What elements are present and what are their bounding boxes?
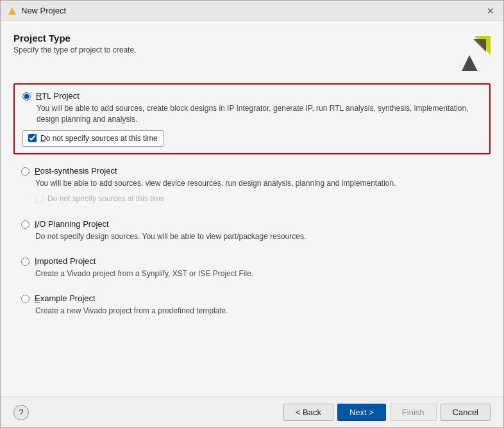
- example-group: Example Project Create a new Vivado proj…: [13, 287, 491, 323]
- imported-label[interactable]: Imported Project: [35, 256, 96, 266]
- finish-button[interactable]: Finish: [390, 404, 437, 421]
- rtl-desc: You will be able to add sources, create …: [37, 103, 482, 125]
- no-sources-underline: D: [40, 134, 46, 143]
- title-bar: New Project ✕: [1, 1, 503, 21]
- io-planning-radio[interactable]: [21, 220, 29, 229]
- svg-marker-3: [473, 39, 486, 52]
- io-planning-label[interactable]: I/O Planning Project: [35, 219, 109, 229]
- do-not-specify-sources-checkbox-row[interactable]: Do not specify sources at this time: [22, 130, 164, 147]
- help-button[interactable]: ?: [13, 405, 29, 420]
- svg-marker-1: [462, 55, 478, 71]
- back-button[interactable]: < Back: [283, 404, 333, 421]
- title-bar-left: New Project: [7, 6, 66, 16]
- footer: ? < Back Next > Finish Cancel: [1, 397, 503, 427]
- io-planning-radio-row: I/O Planning Project: [21, 219, 483, 229]
- footer-right: < Back Next > Finish Cancel: [283, 404, 491, 421]
- io-planning-underline: I: [35, 219, 37, 229]
- example-label[interactable]: Example Project: [35, 293, 96, 303]
- no-sources-post-label: Do not specify sources at this time: [47, 194, 165, 203]
- rtl-project-group: RTL Project You will be able to add sour…: [13, 83, 491, 154]
- vivado-logo: [449, 33, 491, 74]
- post-synthesis-desc: You will be able to add sources, view de…: [35, 178, 483, 189]
- footer-left: ?: [13, 405, 29, 420]
- page-title: Project Type: [13, 33, 136, 44]
- page-subtitle: Specify the type of project to create.: [13, 45, 136, 54]
- app-icon: [7, 6, 17, 16]
- example-desc: Create a new Vivado project from a prede…: [35, 306, 483, 317]
- no-sources-post-checkbox: [35, 195, 44, 203]
- header-section: Project Type Specify the type of project…: [13, 33, 491, 74]
- close-button[interactable]: ✕: [484, 4, 497, 17]
- no-sources-rtl-label[interactable]: Do not specify sources at this time: [40, 134, 158, 143]
- post-synthesis-label[interactable]: Post-synthesis Project: [35, 166, 117, 176]
- content-area: Project Type Specify the type of project…: [1, 21, 503, 397]
- io-planning-group: I/O Planning Project Do not specify desi…: [13, 213, 491, 249]
- rtl-radio[interactable]: [22, 92, 31, 101]
- svg-marker-0: [8, 7, 16, 15]
- post-synthesis-radio-row: Post-synthesis Project: [21, 166, 483, 176]
- rtl-label-underline: R: [36, 91, 42, 101]
- example-radio-row: Example Project: [21, 293, 483, 303]
- imported-underline: I: [35, 256, 37, 266]
- window-title: New Project: [21, 6, 66, 15]
- imported-group: Imported Project Create a Vivado project…: [13, 250, 491, 286]
- imported-radio-row: Imported Project: [21, 256, 483, 266]
- post-synthesis-radio[interactable]: [21, 167, 29, 176]
- imported-radio[interactable]: [21, 258, 29, 266]
- rtl-radio-row: RTL Project: [22, 91, 482, 101]
- no-sources-post-synthesis-row: Do not specify sources at this time: [35, 192, 483, 205]
- imported-desc: Create a Vivado project from a Synplify,…: [35, 268, 483, 279]
- post-synthesis-group: Post-synthesis Project You will be able …: [13, 160, 491, 212]
- example-underline: E: [35, 293, 40, 303]
- next-button[interactable]: Next >: [337, 404, 386, 421]
- io-planning-desc: Do not specify design sources. You will …: [35, 231, 483, 242]
- main-window: New Project ✕ Project Type Specify the t…: [0, 0, 504, 428]
- example-radio[interactable]: [21, 295, 29, 303]
- header-text: Project Type Specify the type of project…: [13, 33, 136, 54]
- logo-area: [449, 33, 491, 74]
- post-synthesis-underline: P: [35, 166, 40, 176]
- cancel-button[interactable]: Cancel: [441, 404, 491, 421]
- options-area: RTL Project You will be able to add sour…: [13, 83, 491, 390]
- rtl-label[interactable]: RTL Project: [36, 91, 80, 101]
- no-sources-rtl-checkbox[interactable]: [28, 134, 37, 142]
